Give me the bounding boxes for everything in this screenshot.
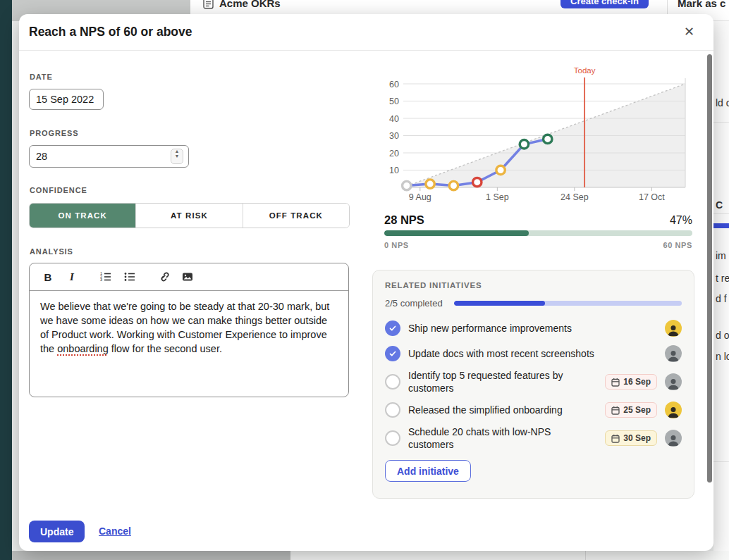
background-text-fragment: d f [716,293,727,304]
screen: Acme OKRs Create check-in Mark as c ld o… [0,0,729,560]
cancel-link[interactable]: Cancel [99,525,131,537]
calendar-icon [611,406,620,415]
nps-range-labels: 0 NPS 60 NPS [384,241,692,249]
person-icon [666,348,680,362]
chevron-down-icon[interactable]: ▼ [175,156,180,161]
background-text-fragment: d o [716,330,729,341]
initiative-checkbox[interactable] [385,321,400,336]
y-tick-label: 50 [389,97,399,106]
x-tick-label: 24 Sep [560,192,589,202]
background-progress-bar [713,223,729,228]
add-initiative-button[interactable]: Add initiative [385,460,471,482]
avatar [665,320,682,337]
number-stepper[interactable]: ▲▼ [171,149,183,164]
due-date-badge: 16 Sep [605,374,657,390]
today-label: Today [574,67,596,75]
italic-icon[interactable]: I [63,268,80,285]
person-icon [666,433,680,447]
background-text-fragment: n lo [716,351,729,362]
document-icon [203,0,214,9]
calendar-icon [611,434,620,443]
checkin-point [473,178,482,186]
date-input[interactable] [29,89,104,110]
background-sidebar-bottom [12,551,290,560]
check-icon [388,349,398,359]
checkin-point [520,140,528,149]
confidence-option-at-risk[interactable]: AT RISK [136,204,243,228]
background-divider [713,122,729,123]
x-tick-label: 1 Sep [486,192,509,202]
scrollbar-thumb[interactable] [707,54,712,483]
close-icon[interactable]: ✕ [684,23,694,41]
avatar [665,430,682,447]
person-icon [666,404,680,418]
y-tick-label: 10 [389,166,399,175]
y-tick-label: 40 [389,114,399,124]
check-icon [388,323,398,333]
initiative-label: Schedule 20 chats with low-NPS customers [408,425,597,451]
avatar [665,402,682,418]
due-date-text: 25 Sep [623,405,651,415]
analysis-editor: B I 123 We believe that we're going to b… [29,263,349,397]
initiatives-progress-bar [454,301,682,306]
app-nav-strip [0,0,12,560]
background-text-fragment: ld o [716,97,729,108]
nps-line-chart: 1020304050609 Aug1 Sep24 Sep17 OctToday [384,67,694,208]
initiative-checkbox[interactable] [385,346,400,361]
avatar [665,345,682,362]
current-nps-value: 28 NPS [384,213,424,227]
nps-range-max: 60 NPS [663,241,692,249]
due-date-badge: 30 Sep [605,430,657,446]
svg-text:3: 3 [100,278,102,282]
nps-progress-bar [384,230,692,236]
person-icon [666,376,680,390]
background-divider [713,213,729,214]
image-icon[interactable] [179,268,196,285]
checkin-point [544,135,552,143]
checkin-point [426,180,434,188]
background-content-bottom [290,551,729,560]
confidence-segmented-control: ON TRACK AT RISK OFF TRACK [29,203,350,228]
analysis-text[interactable]: We believe that we're going to be steady… [30,291,348,364]
editor-toolbar: B I 123 [30,263,348,291]
initiative-checkbox[interactable] [385,402,400,418]
progress-input[interactable] [29,145,189,168]
avatar [665,373,682,390]
initiatives-progress-row: 2/5 completed [385,298,682,309]
progress-percent: 47% [670,214,692,227]
nps-progress-fill [384,230,529,236]
y-tick-label: 60 [389,80,399,89]
initiative-label: Ship new performance improvements [408,322,657,335]
ordered-list-icon[interactable]: 123 [97,268,114,285]
update-button[interactable]: Update [29,521,85,542]
due-date-badge: 25 Sep [605,402,657,418]
initiative-row: Update docs with most recent screenshots [385,344,682,363]
confidence-option-off-track[interactable]: OFF TRACK [243,204,349,228]
x-tick-label: 17 Oct [639,192,665,202]
background-text-fragment: im [716,250,726,261]
confidence-label: CONFIDENCE [30,186,87,194]
unordered-list-icon[interactable] [121,268,138,285]
due-date-text: 30 Sep [623,433,651,443]
due-date-text: 16 Sep [623,377,651,387]
initiative-label: Released the simplified onboarding [408,404,597,416]
date-label: DATE [30,73,53,81]
checkin-modal: Reach a NPS of 60 or above ✕ DATE PROGRE… [19,14,713,551]
initiative-checkbox[interactable] [385,430,400,446]
link-icon[interactable] [155,268,172,285]
progress-label: PROGRESS [30,129,79,137]
nps-summary-row: 28 NPS 47% [384,213,692,227]
background-text-fragment: C [716,199,723,211]
nps-range-min: 0 NPS [384,241,409,249]
confidence-option-on-track[interactable]: ON TRACK [30,204,136,228]
initiative-checkbox[interactable] [385,374,400,390]
background-divider [585,551,586,560]
bold-icon[interactable]: B [39,268,56,285]
initiatives-list: Ship new performance improvements Update… [385,318,682,451]
modal-title: Reach a NPS of 60 or above [29,25,192,39]
analysis-text-misspelled: onboarding [57,343,109,354]
initiatives-progress-fill [454,301,545,306]
create-checkin-button[interactable]: Create check-in [560,0,649,8]
y-tick-label: 20 [389,149,399,158]
x-tick-label: 9 Aug [409,192,431,202]
